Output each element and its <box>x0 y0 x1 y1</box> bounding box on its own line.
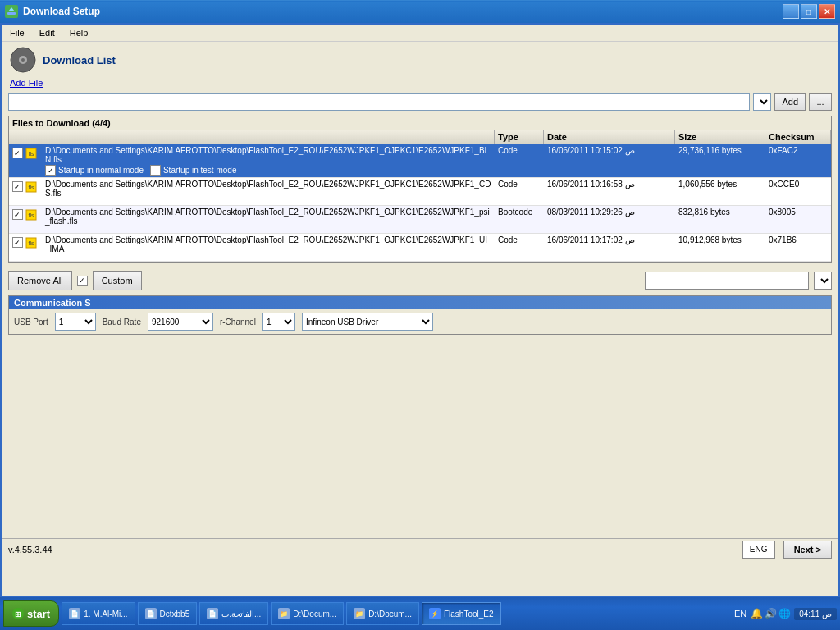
row4-checksum: 0x71B6 <box>765 234 831 246</box>
table-row[interactable]: fls D:\Documents and Settings\KARIM AFRO… <box>9 234 831 262</box>
row1-path: D:\Documents and Settings\KARIM AFROTTO\… <box>45 146 491 164</box>
menu-file[interactable]: File <box>7 26 28 39</box>
remove-all-button[interactable]: Remove All <box>8 271 72 290</box>
row4-date: 16/06/2011 10:17:02 ص <box>544 234 675 246</box>
taskbar: ⊞ start 📄 1. M.Al-Mi... 📄 Dctxbb5 📄 الفا… <box>0 597 840 630</box>
communication-section: Communication S USB Port 1 Baud Rate 921… <box>8 295 832 335</box>
custom-button[interactable]: Custom <box>93 271 142 290</box>
col-hdr-size: Size <box>675 130 765 144</box>
file-list-header: Files to Download (4/4) <box>9 116 831 130</box>
bottom-bar: Remove All Custom <box>2 266 838 295</box>
menu-edit[interactable]: Edit <box>36 26 58 39</box>
start-label: start <box>27 608 50 620</box>
menu-bar: File Edit Help <box>2 25 838 42</box>
row2-size: 1,060,556 bytes <box>675 178 765 190</box>
driver-select[interactable]: Infineon USB Driver <box>302 313 433 331</box>
svg-point-4 <box>21 58 25 62</box>
taskbar-icon-almi: 📄 <box>69 608 80 619</box>
url-dropdown[interactable] <box>753 93 771 111</box>
svg-text:fls: fls <box>29 240 35 246</box>
baud-rate-label: Baud Rate <box>103 317 141 326</box>
taskbar-item-flashtool[interactable]: ⚡ FlashTool_E2 <box>422 602 501 625</box>
taskbar-item-docum2[interactable]: 📁 D:\Docum... <box>346 602 419 625</box>
add-button[interactable]: Add <box>774 93 806 111</box>
download-list-title: Download List <box>43 54 116 66</box>
window-controls: _ □ ✕ <box>783 4 835 19</box>
taskbar-label-almi: 1. M.Al-Mi... <box>84 609 127 619</box>
row1-startup-normal-chk[interactable] <box>45 165 56 176</box>
kbd-indicator: ENG <box>742 541 775 559</box>
row1-startup-test-chk[interactable] <box>150 165 161 176</box>
col-hdr-path <box>9 130 495 144</box>
toolbar-row: Add ... <box>2 91 838 112</box>
row3-date: 08/03/2011 10:29:26 ص <box>544 206 675 218</box>
channel-select[interactable]: 1 <box>262 313 295 331</box>
browse-button[interactable]: ... <box>809 93 832 111</box>
row1-size: 29,736,116 bytes <box>675 144 765 157</box>
version-text: v.4.55.3.44 <box>8 545 52 555</box>
svg-text:fls: fls <box>29 185 35 190</box>
url-input[interactable] <box>8 93 750 111</box>
taskbar-item-docum1[interactable]: 📁 D:\Docum... <box>271 602 344 625</box>
app-icon <box>5 5 18 18</box>
row4-checkbox[interactable] <box>12 237 23 248</box>
app-title: Download Setup <box>23 6 100 17</box>
start-button[interactable]: ⊞ start <box>3 600 59 627</box>
row1-date: 16/06/2011 10:15:02 ص <box>544 144 675 157</box>
minimize-button[interactable]: _ <box>783 4 799 19</box>
taskbar-label-dctxbb5: Dctxbb5 <box>160 609 190 619</box>
svg-marker-1 <box>8 7 15 11</box>
svg-text:fls: fls <box>29 212 35 218</box>
app-title-bar: Download Setup _ □ ✕ <box>0 0 840 23</box>
comm-row: USB Port 1 Baud Rate 921600 r-Channel 1 … <box>9 309 831 334</box>
row3-size: 832,816 bytes <box>675 206 765 218</box>
table-row[interactable]: fls D:\Documents and Settings\KARIM AFRO… <box>9 178 831 206</box>
comm-header: Communication S <box>9 296 831 309</box>
svg-text:fls: fls <box>29 151 35 157</box>
next-button[interactable]: Next > <box>783 541 832 559</box>
row3-checkbox[interactable] <box>12 209 23 220</box>
status-bar: v.4.55.3.44 ENG Next > <box>2 538 838 559</box>
taskbar-item-dctxbb5[interactable]: 📄 Dctxbb5 <box>138 602 198 625</box>
row1-type: Code <box>495 144 544 157</box>
taskbar-label-flashtool: FlashTool_E2 <box>444 609 494 619</box>
row2-date: 16/06/2011 10:16:58 ص <box>544 178 675 190</box>
taskbar-icon-arabic: 📄 <box>207 608 218 619</box>
system-tray-icons: 🔔 🔊 🌐 <box>750 602 791 625</box>
row2-type: Code <box>495 178 544 190</box>
language-indicator: EN <box>734 609 746 619</box>
col-hdr-type: Type <box>495 130 544 144</box>
add-file-link[interactable]: Add File <box>10 78 43 88</box>
header: Download List <box>2 42 838 78</box>
taskbar-label-docum2: D:\Docum... <box>368 609 412 619</box>
maximize-button[interactable]: □ <box>801 4 817 19</box>
taskbar-right: EN 🔔 🔊 🌐 04:11 ص <box>734 602 837 625</box>
close-button[interactable]: ✕ <box>819 4 835 19</box>
taskbar-icon-dctxbb5: 📄 <box>145 608 157 619</box>
taskbar-item-arabic[interactable]: 📄 الفاتحة.ت... <box>199 602 268 625</box>
startup-test-label: Startup in test mode <box>163 166 237 175</box>
header-icon <box>10 47 36 73</box>
custom-checkbox[interactable] <box>77 276 88 286</box>
row1-checkbox[interactable] <box>12 148 23 158</box>
row1-icon: fls <box>25 148 37 159</box>
svg-text:⊞: ⊞ <box>15 610 21 619</box>
row2-checkbox[interactable] <box>12 181 23 192</box>
custom-select[interactable] <box>814 272 832 290</box>
col-hdr-checksum: Checksum <box>765 130 831 144</box>
row4-icon: fls <box>25 237 37 249</box>
clock: 04:11 ص <box>794 608 837 620</box>
channel-label: r-Channel <box>220 317 256 326</box>
row2-checksum: 0xCCE0 <box>765 178 831 190</box>
row3-checksum: 0x8005 <box>765 206 831 218</box>
table-row[interactable]: fls D:\Documents and Settings\KARIM AFRO… <box>9 144 831 178</box>
custom-input[interactable] <box>645 272 809 290</box>
taskbar-item-almi[interactable]: 📄 1. M.Al-Mi... <box>62 602 135 625</box>
row4-path: D:\Documents and Settings\KARIM AFROTTO\… <box>45 235 491 253</box>
table-row[interactable]: fls D:\Documents and Settings\KARIM AFRO… <box>9 206 831 234</box>
row1-checksum: 0xFAC2 <box>765 144 831 157</box>
taskbar-label-docum1: D:\Docum... <box>293 609 336 619</box>
baud-rate-select[interactable]: 921600 <box>148 313 213 331</box>
menu-help[interactable]: Help <box>66 26 92 39</box>
usb-port-select[interactable]: 1 <box>55 313 96 331</box>
